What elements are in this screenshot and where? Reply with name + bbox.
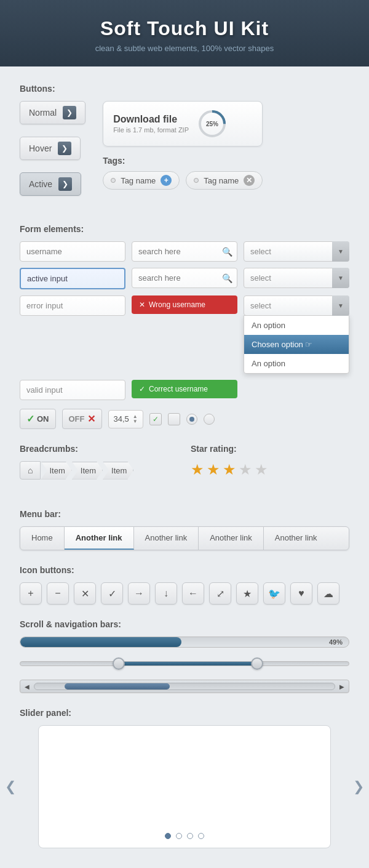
slider-prev-button[interactable]: ❮ xyxy=(5,779,16,795)
toggle-on-button[interactable]: ✓ ON xyxy=(20,409,56,429)
valid-input[interactable] xyxy=(20,380,125,400)
select-2[interactable]: select An option xyxy=(244,268,349,288)
tag-label-2: Tag name xyxy=(204,176,239,185)
icon-btn-down[interactable]: ↓ xyxy=(155,582,177,605)
stars-container: ★ ★ ★ ★ ★ xyxy=(191,461,349,478)
tag-label-1: Tag name xyxy=(121,176,156,185)
select-wrap-2: select An option ▼ xyxy=(244,268,349,288)
select-3[interactable]: select xyxy=(244,295,349,316)
icon-btn-left[interactable]: ← xyxy=(182,582,204,605)
toggle-check-icon: ✓ xyxy=(26,413,34,425)
error-badge-wrap: ✕ Wrong username xyxy=(132,295,237,314)
tag-remove-icon[interactable]: ✕ xyxy=(244,175,255,186)
menu-item-link-2[interactable]: Another link xyxy=(134,527,199,550)
valid-check-icon: ✓ xyxy=(139,385,145,393)
star-5[interactable]: ★ xyxy=(255,461,268,478)
dot-2[interactable] xyxy=(176,833,182,839)
icon-btn-plus[interactable]: + xyxy=(20,582,42,605)
active-button[interactable]: Active ❯ xyxy=(20,172,81,196)
slider-panel xyxy=(38,725,331,848)
icon-btn-twitter[interactable]: 🐦 xyxy=(263,582,285,605)
star-rating-section: Star rating: ★ ★ ★ ★ ★ xyxy=(191,444,349,478)
breadcrumb-star-row: Breadcrumbs: ⌂ Item Item Item Star ratin… xyxy=(20,444,349,494)
radio-filled[interactable] xyxy=(186,414,197,425)
icon-buttons-section: Icon buttons: + − ✕ ✓ → ↓ ← ⤢ ★ 🐦 ♥ ☁ xyxy=(20,565,349,605)
active-button-arrow: ❯ xyxy=(58,177,72,191)
icon-buttons-label: Icon buttons: xyxy=(20,565,349,575)
slider-thumb-2[interactable] xyxy=(251,657,263,670)
icon-btn-expand[interactable]: ⤢ xyxy=(209,582,231,605)
error-message: Wrong username xyxy=(149,300,205,309)
slider-wrap[interactable] xyxy=(20,655,349,672)
icon-btn-check[interactable]: ✓ xyxy=(101,582,123,605)
toggle-off-button[interactable]: OFF ✕ xyxy=(62,409,102,429)
home-icon: ⌂ xyxy=(28,465,33,475)
menu-item-link-1[interactable]: Another link xyxy=(65,527,134,550)
menu-item-home[interactable]: Home xyxy=(20,527,65,550)
radio-empty[interactable] xyxy=(204,414,215,425)
dot-4[interactable] xyxy=(198,833,204,839)
progress-bar-label: 49% xyxy=(329,638,343,646)
icon-btn-heart[interactable]: ♥ xyxy=(290,582,312,605)
buttons-label: Buttons: xyxy=(20,84,349,94)
icon-btn-close[interactable]: ✕ xyxy=(74,582,96,605)
star-4[interactable]: ★ xyxy=(239,461,252,478)
username-input[interactable] xyxy=(20,241,125,262)
hscroll-left-arrow[interactable]: ◀ xyxy=(23,683,31,690)
search-field-wrap-1: 🔍 xyxy=(132,241,237,262)
select-wrap-1: select An option ▼ xyxy=(244,241,349,262)
star-3[interactable]: ★ xyxy=(223,461,236,478)
hscroll-track[interactable] xyxy=(34,683,335,690)
button-row-hover: Hover ❯ xyxy=(20,137,85,160)
form-row-1: 🔍 select An option ▼ xyxy=(20,241,349,262)
icon-btn-minus[interactable]: − xyxy=(47,582,69,605)
form-row-4: ✓ Correct username xyxy=(20,380,349,400)
normal-button[interactable]: Normal ❯ xyxy=(20,101,85,124)
dropdown-option-1[interactable]: An option xyxy=(244,316,349,335)
breadcrumbs-section: Breadcrumbs: ⌂ Item Item Item xyxy=(20,444,178,480)
spinner-arrows: ▲ ▼ xyxy=(133,414,138,424)
spinner-down-arrow[interactable]: ▼ xyxy=(133,419,138,424)
error-badge: ✕ Wrong username xyxy=(132,295,237,314)
dot-3[interactable] xyxy=(187,833,193,839)
crumb-item-3[interactable]: Item xyxy=(103,462,133,480)
hscroll-thumb xyxy=(65,683,170,689)
number-spinner[interactable]: 34,5 ▲ ▼ xyxy=(108,410,143,428)
checkbox-checked[interactable]: ✓ xyxy=(149,413,162,425)
select-1[interactable]: select An option xyxy=(244,241,349,262)
hscroll-right-arrow[interactable]: ▶ xyxy=(338,683,346,690)
tag-add-icon[interactable]: + xyxy=(161,175,172,186)
slider-fill xyxy=(119,662,256,665)
star-rating-label: Star rating: xyxy=(191,444,349,454)
slider-next-button[interactable]: ❯ xyxy=(353,779,364,795)
valid-badge-wrap: ✓ Correct username xyxy=(132,380,237,398)
dropdown-option-3[interactable]: An option xyxy=(244,354,349,373)
checkbox-empty[interactable] xyxy=(168,413,180,425)
crumb-item-2[interactable]: Item xyxy=(72,462,103,480)
icon-btn-cloud[interactable]: ☁ xyxy=(317,582,339,605)
menu-item-link-4[interactable]: Another link xyxy=(264,527,328,550)
checkbox-empty-group xyxy=(168,413,180,425)
search-icon-1: 🔍 xyxy=(222,247,232,257)
scroll-section: Scroll & navigation bars: 49% ◀ ▶ xyxy=(20,619,349,693)
tag-item-2[interactable]: Tag name ✕ xyxy=(186,171,263,190)
button-row-normal: Normal ❯ xyxy=(20,101,85,124)
tag-item-1[interactable]: Tag name + xyxy=(103,171,180,190)
progress-bar[interactable]: 49% xyxy=(20,637,349,648)
dot-1[interactable] xyxy=(165,833,171,839)
hover-button[interactable]: Hover ❯ xyxy=(20,137,81,160)
menu-item-link-3[interactable]: Another link xyxy=(199,527,264,550)
active-input[interactable] xyxy=(20,268,125,289)
icon-btn-right[interactable]: → xyxy=(128,582,150,605)
crumb-item-1[interactable]: Item xyxy=(41,462,71,480)
slider-thumb-1[interactable] xyxy=(113,657,125,670)
star-2[interactable]: ★ xyxy=(207,461,220,478)
slider-track xyxy=(20,661,349,666)
error-input[interactable] xyxy=(20,295,125,316)
form-row-3: ✕ Wrong username select ▼ An option Chos… xyxy=(20,295,349,374)
active-field-wrap xyxy=(20,268,125,289)
icon-btn-star[interactable]: ★ xyxy=(236,582,258,605)
crumb-home[interactable]: ⌂ xyxy=(20,461,41,480)
dropdown-chosen-option[interactable]: Chosen option ☞ xyxy=(244,335,349,354)
star-1[interactable]: ★ xyxy=(191,461,204,478)
